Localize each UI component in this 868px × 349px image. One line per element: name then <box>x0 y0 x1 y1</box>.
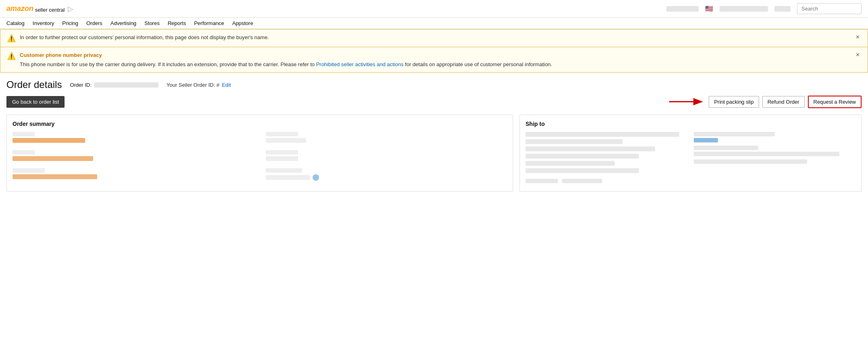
summary-row-3-left <box>13 168 254 182</box>
back-to-order-list-button[interactable]: Go back to order list <box>6 96 65 108</box>
main-nav: Catalog Inventory Pricing Orders Adverti… <box>0 18 868 29</box>
action-row: Go back to order list Print packing slip… <box>6 94 862 109</box>
order-id-area: Order ID: <box>70 82 158 88</box>
alert-phone-body: This phone number is for use by the carr… <box>20 61 316 67</box>
request-review-button[interactable]: Request a Review <box>808 96 862 108</box>
amazon-logo-text: amazon <box>6 4 33 13</box>
refund-order-button[interactable]: Refund Order <box>762 96 805 108</box>
header-user-blurred <box>666 6 699 12</box>
ship-to-panel: Ship to <box>520 115 862 192</box>
logo-area: amazon seller central ▷ <box>6 4 73 13</box>
logo: amazon seller central <box>6 4 65 13</box>
page-title: Order details <box>6 79 62 90</box>
flag-icon: 🇺🇸 <box>705 5 713 13</box>
seller-order-id-label: Your Seller Order ID: # <box>167 82 219 88</box>
order-summary-panel: Order summary <box>6 115 513 192</box>
alert-phone-close[interactable]: × <box>854 51 861 59</box>
alert-phone-text: Customer phone number privacy This phone… <box>20 51 552 68</box>
nav-performance[interactable]: Performance <box>194 20 224 26</box>
nav-advertising[interactable]: Advertising <box>111 20 136 26</box>
nav-catalog[interactable]: Catalog <box>6 20 25 26</box>
order-details-header: Order details Order ID: Your Seller Orde… <box>6 79 862 90</box>
nav-stores[interactable]: Stores <box>144 20 160 26</box>
print-packing-slip-button[interactable]: Print packing slip <box>709 96 759 108</box>
pin-icon: ▷ <box>68 4 73 13</box>
alert-phone-banner: ⚠️ Customer phone number privacy This ph… <box>0 47 868 73</box>
top-header: amazon seller central ▷ 🇺🇸 <box>0 0 868 18</box>
alert-privacy-close[interactable]: × <box>854 33 861 41</box>
nav-reports[interactable]: Reports <box>168 20 186 26</box>
nav-inventory[interactable]: Inventory <box>33 20 54 26</box>
red-arrow-annotation <box>669 94 705 109</box>
seller-central-text: seller central <box>33 7 65 13</box>
alert-phone-title: Customer phone number privacy <box>20 51 552 59</box>
customer-type-row <box>526 179 855 186</box>
edit-order-link[interactable]: Edit <box>222 82 231 88</box>
header-right: 🇺🇸 <box>666 3 862 14</box>
order-id-blurred <box>94 82 159 88</box>
alert-privacy-content: ⚠️ In order to further protect our custo… <box>7 33 850 43</box>
prohibited-activities-link[interactable]: Prohibited seller activities and actions <box>316 61 404 67</box>
panels-row: Order summary <box>6 115 862 192</box>
action-buttons-right: Print packing slip Refund Order Request … <box>669 94 862 109</box>
seller-order-id-area: Your Seller Order ID: # Edit <box>167 82 231 88</box>
ship-to-title: Ship to <box>526 121 855 127</box>
warning-icon-2: ⚠️ <box>7 52 16 61</box>
nav-orders[interactable]: Orders <box>86 20 102 26</box>
order-id-label: Order ID: <box>70 82 91 88</box>
ship-meta-col <box>694 132 855 166</box>
alert-phone-content: ⚠️ Customer phone number privacy This ph… <box>7 51 850 68</box>
summary-row-3-right <box>266 168 507 182</box>
warning-icon-1: ⚠️ <box>7 34 16 43</box>
summary-row-1-left <box>13 132 254 146</box>
summary-row-2-right <box>266 150 507 164</box>
order-summary-title: Order summary <box>13 121 507 127</box>
page-body: Order details Order ID: Your Seller Orde… <box>0 73 868 192</box>
header-store-blurred <box>720 6 768 12</box>
summary-row-1-right <box>266 132 507 146</box>
nav-pricing[interactable]: Pricing <box>62 20 78 26</box>
nav-appstore[interactable]: Appstore <box>232 20 253 26</box>
alert-phone-body-after: for details on appropriate use of custom… <box>403 61 552 67</box>
alert-privacy-banner: ⚠️ In order to further protect our custo… <box>0 29 868 47</box>
search-input[interactable] <box>797 3 862 14</box>
alert-privacy-text: In order to further protect our customer… <box>20 33 269 42</box>
ship-address-col <box>526 132 687 176</box>
summary-row-2-left <box>13 150 254 164</box>
header-points-blurred <box>774 6 791 12</box>
